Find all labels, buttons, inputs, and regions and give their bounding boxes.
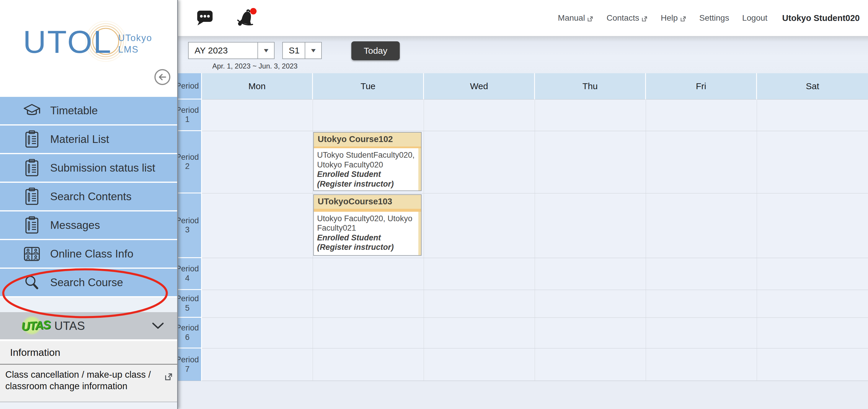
period-name: Period — [176, 355, 199, 365]
course-card[interactable]: Utokyo Course102UTokyo StudentFaculty020… — [313, 132, 422, 191]
timetable-cell-wed-period-5 — [424, 290, 535, 318]
sidebar-item-search-course[interactable]: Search Course — [0, 269, 177, 296]
information-label: Information — [10, 347, 60, 358]
course-title[interactable]: UTokyoCourse103 — [314, 195, 421, 209]
sidebar-item-messages[interactable]: Messages — [0, 212, 177, 239]
timetable-cell-sat-period-2 — [757, 131, 868, 193]
sidebar-item-class-cancellation[interactable]: Class cancellation / make-up class / cla… — [0, 365, 177, 402]
sidebar-item-search-contents[interactable]: Search Contents — [0, 183, 177, 210]
online-class-icon — [23, 245, 41, 263]
day-header-mon: Mon — [202, 73, 313, 99]
external-link-icon — [587, 15, 593, 21]
timetable-cell-wed-period-7 — [424, 348, 535, 381]
external-link-icon — [164, 372, 173, 381]
period-header-label: Period — [176, 82, 199, 91]
timetable-cell-mon-period-7 — [202, 348, 313, 381]
sidebar-item-label: Messages — [50, 219, 100, 231]
period-number: 6 — [185, 333, 190, 342]
sidebar-item-label: Timetable — [50, 104, 98, 117]
today-button[interactable]: Today — [351, 41, 400, 60]
course-instructors: UTokyo StudentFaculty020, Utokyo Faculty… — [317, 150, 416, 169]
nav-link-logout[interactable]: Logout — [742, 13, 768, 23]
nav-link-settings[interactable]: Settings — [700, 13, 729, 23]
sidebar-item-label: Search Contents — [50, 190, 132, 203]
nav-link-contacts[interactable]: Contacts — [607, 13, 648, 23]
timetable-cell-thu-period-6 — [535, 318, 646, 348]
timetable-cell-fri-period-4 — [646, 258, 757, 290]
date-range-label: Apr. 1, 2023 ~ Jun. 3, 2023 — [188, 62, 322, 70]
class-cancellation-label: Class cancellation / make-up class / cla… — [5, 369, 159, 392]
logo-text: UTOL — [23, 26, 112, 58]
timetable-cell-tue-period-2: Utokyo Course102UTokyo StudentFaculty020… — [313, 131, 424, 193]
chevron-down-icon[interactable]: ▼ — [257, 42, 274, 59]
logo-subtext: UTokyo LMS — [118, 32, 152, 56]
timetable-cell-thu-period-5 — [535, 290, 646, 318]
sidebar-item-timetable[interactable]: Timetable — [0, 97, 177, 124]
clipboard-icon — [23, 130, 41, 149]
utas-logo-icon: UTAS — [21, 316, 44, 336]
sidebar-menu: TimetableMaterial ListSubmission status … — [0, 97, 177, 297]
timetable-cell-mon-period-1 — [202, 99, 313, 131]
day-header-label: Sat — [806, 81, 819, 91]
utas-label: UTAS — [54, 319, 85, 333]
timetable-cell-fri-period-2 — [646, 131, 757, 193]
collapse-sidebar-button[interactable] — [154, 69, 170, 85]
day-header-label: Tue — [361, 81, 376, 91]
timetable-cell-sat-period-3 — [757, 193, 868, 258]
period-number: 5 — [185, 304, 190, 313]
sidebar-item-information[interactable]: Information — [0, 341, 177, 365]
chat-icon[interactable] — [197, 9, 213, 27]
course-card[interactable]: UTokyoCourse103Utokyo Faculty020, Utokyo… — [313, 194, 422, 256]
timetable-grid: PeriodMonTueWedThuFriSatPeriod1Period2Ut… — [174, 73, 868, 381]
timetable-cell-wed-period-2 — [424, 131, 535, 193]
timetable-cell-fri-period-7 — [646, 348, 757, 381]
day-header-tue: Tue — [313, 73, 424, 99]
utol-logo: UTOL UTokyo LMS — [23, 26, 156, 64]
sidebar-item-label: Submission status list — [50, 162, 155, 174]
course-title[interactable]: Utokyo Course102 — [314, 133, 421, 147]
username-label: Utokyo Student020 — [782, 13, 860, 23]
sidebar-item-material-list[interactable]: Material List — [0, 126, 177, 153]
arrow-left-icon — [157, 72, 167, 82]
academic-year-select[interactable]: AY 2023 ▼ — [188, 42, 275, 59]
period-number: 4 — [185, 274, 190, 283]
day-header-label: Mon — [248, 81, 266, 91]
sidebar-item-submission-status-list[interactable]: Submission status list — [0, 154, 177, 182]
period-number: 1 — [185, 115, 190, 124]
course-role-line1: Enrolled Student — [317, 169, 416, 179]
period-number: 3 — [185, 225, 190, 234]
timetable-cell-sat-period-5 — [757, 290, 868, 318]
magnifier-icon — [23, 273, 41, 292]
academic-year-value: AY 2023 — [189, 42, 257, 59]
timetable-cell-thu-period-1 — [535, 99, 646, 131]
timetable-cell-mon-period-6 — [202, 318, 313, 348]
sidebar-gap — [0, 297, 177, 312]
timetable-cell-tue-period-4 — [313, 258, 424, 290]
chevron-down-icon[interactable]: ▼ — [305, 42, 321, 59]
logo-subtext-line2: LMS — [118, 44, 152, 56]
timetable-cell-mon-period-3 — [202, 193, 313, 258]
nav-link-manual[interactable]: Manual — [558, 13, 594, 23]
timetable-cell-fri-period-3 — [646, 193, 757, 258]
timetable-cell-mon-period-5 — [202, 290, 313, 318]
period-number: 7 — [185, 365, 190, 374]
timetable-cell-sat-period-6 — [757, 318, 868, 348]
sidebar-item-online-class-info[interactable]: Online Class Info — [0, 240, 177, 268]
timetable-cell-fri-period-1 — [646, 99, 757, 131]
timetable-cell-thu-period-3 — [535, 193, 646, 258]
period-name: Period — [176, 106, 199, 115]
nav-link-help[interactable]: Help — [661, 13, 686, 23]
day-header-fri: Fri — [646, 73, 757, 99]
topbar-icons — [197, 0, 258, 36]
term-select[interactable]: S1 ▼ — [282, 42, 322, 59]
sidebar-item-utas[interactable]: UTAS UTAS — [0, 312, 177, 339]
course-instructors: Utokyo Faculty020, Utokyo Faculty021 — [317, 214, 416, 233]
timetable-cell-tue-period-5 — [313, 290, 424, 318]
course-details: UTokyo StudentFaculty020, Utokyo Faculty… — [314, 148, 418, 190]
sidebar: UTOL UTokyo LMS TimetableMaterial ListSu… — [0, 0, 178, 409]
course-card-accent-strip — [314, 209, 421, 212]
notification-bell-icon[interactable] — [236, 7, 258, 29]
timetable-cell-tue-period-6 — [313, 318, 424, 348]
timetable-cell-sat-period-4 — [757, 258, 868, 290]
period-name: Period — [176, 294, 199, 303]
